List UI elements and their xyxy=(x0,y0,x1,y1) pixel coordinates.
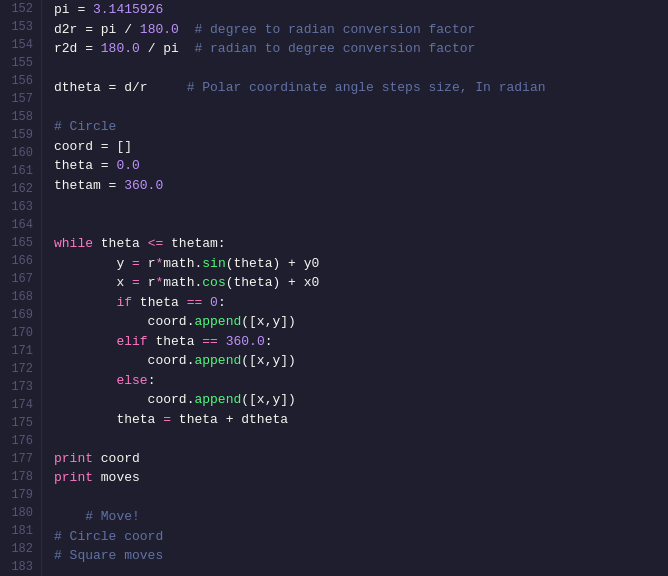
line-number: 157 xyxy=(8,90,33,108)
line-number: 175 xyxy=(8,414,33,432)
line-number: 171 xyxy=(8,342,33,360)
line-number: 163 xyxy=(8,198,33,216)
line-number: 179 xyxy=(8,486,33,504)
line-number: 173 xyxy=(8,378,33,396)
line-number: 170 xyxy=(8,324,33,342)
code-line xyxy=(54,488,668,508)
code-line: y = r*math.sin(theta) + y0 xyxy=(54,254,668,274)
code-line: coord.append([x,y]) xyxy=(54,390,668,410)
line-number: 182 xyxy=(8,540,33,558)
code-line: print moves xyxy=(54,468,668,488)
code-line xyxy=(54,98,668,118)
code-line: else: xyxy=(54,371,668,391)
code-line: x = r*math.cos(theta) + x0 xyxy=(54,273,668,293)
line-numbers: 1521531541551561571581591601611621631641… xyxy=(0,0,42,576)
code-content[interactable]: pi = 3.1415926d2r = pi / 180.0 # degree … xyxy=(42,0,668,576)
code-line xyxy=(54,195,668,215)
line-number: 181 xyxy=(8,522,33,540)
code-line: print coord xyxy=(54,449,668,469)
code-line: # Move! xyxy=(54,507,668,527)
line-number: 153 xyxy=(8,18,33,36)
code-line: coord.append([x,y]) xyxy=(54,312,668,332)
code-line: pi = 3.1415926 xyxy=(54,0,668,20)
line-number: 168 xyxy=(8,288,33,306)
code-line: theta = 0.0 xyxy=(54,156,668,176)
code-line xyxy=(54,429,668,449)
line-number: 172 xyxy=(8,360,33,378)
line-number: 160 xyxy=(8,144,33,162)
line-number: 177 xyxy=(8,450,33,468)
code-line: while theta <= thetam: xyxy=(54,234,668,254)
line-number: 176 xyxy=(8,432,33,450)
line-number: 166 xyxy=(8,252,33,270)
line-number: 154 xyxy=(8,36,33,54)
line-number: 158 xyxy=(8,108,33,126)
line-number: 167 xyxy=(8,270,33,288)
code-line: # Circle xyxy=(54,117,668,137)
code-line: if theta == 0: xyxy=(54,293,668,313)
code-line: coord = [] xyxy=(54,137,668,157)
line-number: 162 xyxy=(8,180,33,198)
code-line: # Square moves xyxy=(54,546,668,566)
line-number: 174 xyxy=(8,396,33,414)
line-number: 159 xyxy=(8,126,33,144)
code-line xyxy=(54,566,668,577)
line-number: 152 xyxy=(8,0,33,18)
code-line: thetam = 360.0 xyxy=(54,176,668,196)
code-line xyxy=(54,59,668,79)
line-number: 156 xyxy=(8,72,33,90)
code-editor: 1521531541551561571581591601611621631641… xyxy=(0,0,668,576)
code-line xyxy=(54,215,668,235)
line-number: 178 xyxy=(8,468,33,486)
code-line: r2d = 180.0 / pi # radian to degree conv… xyxy=(54,39,668,59)
code-line: coord.append([x,y]) xyxy=(54,351,668,371)
code-line: dtheta = d/r # Polar coordinate angle st… xyxy=(54,78,668,98)
code-line: d2r = pi / 180.0 # degree to radian conv… xyxy=(54,20,668,40)
code-line: theta = theta + dtheta xyxy=(54,410,668,430)
code-line: elif theta == 360.0: xyxy=(54,332,668,352)
line-number: 161 xyxy=(8,162,33,180)
line-number: 165 xyxy=(8,234,33,252)
line-number: 169 xyxy=(8,306,33,324)
line-number: 180 xyxy=(8,504,33,522)
line-number: 155 xyxy=(8,54,33,72)
code-line: # Circle coord xyxy=(54,527,668,547)
line-number: 183 xyxy=(8,558,33,576)
line-number: 164 xyxy=(8,216,33,234)
